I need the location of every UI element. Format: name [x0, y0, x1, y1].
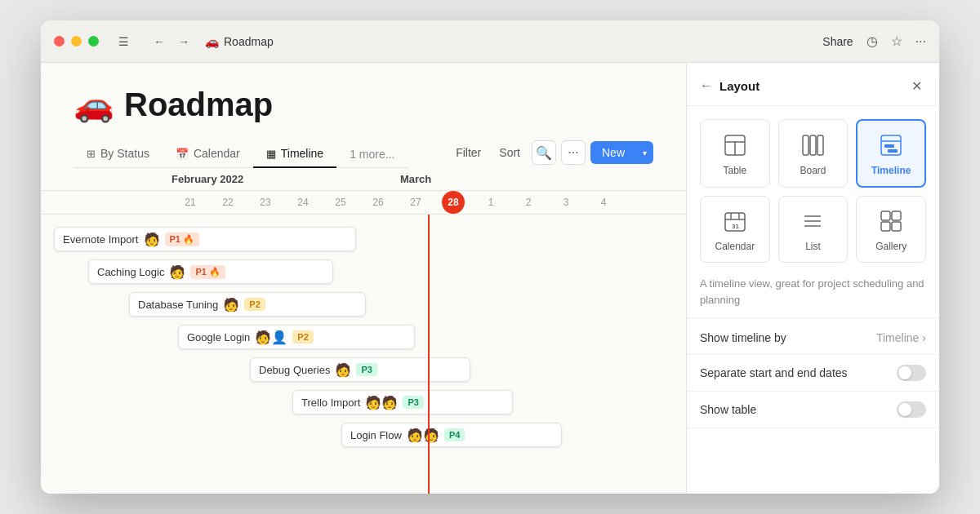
table-layout-label: Table: [723, 165, 746, 176]
table-row[interactable]: Google Login 🧑👤 P2: [41, 322, 686, 352]
new-button[interactable]: New: [590, 141, 636, 164]
options-button[interactable]: ···: [561, 140, 586, 165]
share-button[interactable]: Share: [822, 35, 853, 48]
date-22: 22: [209, 193, 247, 211]
gallery-layout-label: Gallery: [875, 241, 906, 252]
task-login-flow[interactable]: Login Flow 🧑🧑 P4: [341, 423, 562, 447]
task-name: Evernote Import: [63, 233, 139, 246]
calendar-layout-icon: 31: [720, 206, 750, 236]
task-priority: P2: [244, 298, 265, 311]
svg-rect-8: [884, 144, 894, 148]
toolbar: Filter Sort 🔍 ··· New ▾: [449, 140, 653, 165]
tab-timeline[interactable]: ▦ Timeline: [253, 140, 336, 168]
sort-button[interactable]: Sort: [492, 143, 527, 162]
date-row: 21 22 23 24 25 26 27 28 1 2 3 4: [41, 191, 686, 215]
tab-more[interactable]: 1 more...: [336, 141, 408, 167]
task-name: Caching Logic: [97, 266, 164, 278]
task-trello-import[interactable]: Trello Import 🧑🧑 P3: [292, 390, 513, 414]
hamburger-menu[interactable]: ☰: [112, 30, 135, 53]
task-debug-queries[interactable]: Debug Queries 🧑 P3: [250, 357, 470, 382]
list-layout-label: List: [805, 241, 821, 252]
table-row[interactable]: Caching Logic 🧑 P1 🔥: [41, 257, 686, 286]
layout-option-calendar[interactable]: 31 Calendar: [700, 196, 770, 263]
table-row[interactable]: Evernote Import 🧑 P1 🔥: [41, 224, 686, 254]
tab-by-status-label: By Status: [100, 147, 149, 160]
panel-close-button[interactable]: ✕: [906, 76, 926, 95]
table-row[interactable]: Trello Import 🧑🧑 P3: [41, 388, 686, 417]
task-google-login[interactable]: Google Login 🧑👤 P2: [178, 325, 415, 349]
task-avatar: 🧑: [335, 362, 351, 378]
date-27: 27: [397, 193, 434, 211]
task-avatar: 🧑🧑: [407, 428, 439, 443]
filter-button[interactable]: Filter: [449, 143, 488, 162]
date-23: 23: [247, 193, 284, 211]
star-icon[interactable]: ☆: [891, 33, 902, 49]
app-window: ☰ ← → 🚗 Roadmap Share ◷ ☆ ··· 🚗 Roadmap: [41, 20, 939, 494]
history-icon[interactable]: ◷: [866, 33, 878, 49]
task-priority: P1 🔥: [190, 265, 225, 279]
show-timeline-row[interactable]: Show timeline by Timeline ›: [687, 321, 939, 355]
show-table-row: Show table: [687, 392, 939, 428]
view-tabs: ⊞ By Status 📅 Calendar ▦ Timeline 1 more…: [74, 140, 408, 168]
table-row[interactable]: Database Tuning 🧑 P2: [41, 290, 686, 319]
task-database-tuning[interactable]: Database Tuning 🧑 P2: [129, 292, 366, 317]
tab-by-status[interactable]: ⊞ By Status: [74, 140, 163, 168]
menu-icon[interactable]: ☰: [112, 30, 135, 53]
content-area: 🚗 Roadmap ⊞ By Status 📅 Calendar: [41, 63, 939, 494]
minimize-button[interactable]: [71, 36, 82, 47]
calendar-layout-label: Calendar: [715, 241, 755, 252]
task-caching-logic[interactable]: Caching Logic 🧑 P1 🔥: [88, 259, 333, 284]
layout-option-table[interactable]: Table: [700, 119, 770, 188]
layout-option-timeline[interactable]: Timeline: [856, 119, 926, 188]
task-evernote-import[interactable]: Evernote Import 🧑 P1 🔥: [54, 227, 356, 251]
task-priority: P3: [403, 396, 423, 409]
forward-button[interactable]: →: [172, 30, 195, 53]
panel-back-button[interactable]: ←: [700, 78, 713, 93]
layout-option-gallery[interactable]: Gallery: [856, 196, 926, 263]
list-layout-icon: [798, 206, 827, 236]
svg-rect-18: [881, 211, 890, 220]
svg-rect-21: [892, 222, 901, 231]
timeline-icon: ▦: [266, 148, 276, 160]
tasks-area: Evernote Import 🧑 P1 🔥 Caching Logic 🧑 P…: [41, 215, 686, 494]
page-header: 🚗 Roadmap ⊞ By Status 📅 Calendar: [41, 63, 686, 168]
task-avatar: 🧑🧑: [365, 395, 398, 410]
new-button-caret[interactable]: ▾: [636, 141, 653, 164]
table-layout-icon: [720, 131, 750, 160]
back-button[interactable]: ←: [148, 30, 171, 53]
maximize-button[interactable]: [88, 36, 99, 47]
separate-dates-toggle[interactable]: [897, 365, 926, 381]
window-title-text: Roadmap: [224, 35, 274, 48]
by-status-icon: ⊞: [87, 148, 96, 160]
panel-header: ← Layout ✕: [687, 63, 939, 106]
search-button[interactable]: 🔍: [532, 140, 556, 165]
traffic-lights: [54, 36, 99, 47]
date-28-today: 28: [442, 191, 465, 214]
task-priority: P3: [356, 363, 376, 376]
show-table-toggle[interactable]: [897, 401, 926, 418]
date-2: 2: [510, 193, 547, 211]
month-headers: February 2022 March: [41, 168, 686, 191]
layout-option-list[interactable]: List: [778, 196, 849, 263]
table-row[interactable]: Debug Queries 🧑 P3: [41, 355, 686, 384]
task-name: Debug Queries: [259, 364, 330, 376]
february-label: February 2022: [172, 168, 351, 190]
board-layout-icon: [798, 131, 827, 160]
page-title: 🚗 Roadmap: [74, 86, 653, 124]
march-label: March: [351, 168, 431, 190]
tab-timeline-label: Timeline: [281, 147, 323, 160]
show-timeline-value[interactable]: Timeline ›: [876, 331, 926, 344]
table-row[interactable]: Login Flow 🧑🧑 P4: [41, 420, 686, 450]
svg-rect-5: [817, 135, 823, 155]
panel-title: Layout: [719, 79, 760, 93]
date-24: 24: [284, 193, 322, 211]
calendar-icon: 📅: [176, 148, 189, 160]
tab-calendar[interactable]: 📅 Calendar: [163, 140, 253, 168]
board-layout-label: Board: [800, 165, 826, 176]
more-options-icon[interactable]: ···: [915, 34, 926, 49]
close-button[interactable]: [54, 36, 65, 47]
timeline-layout-label: Timeline: [871, 165, 911, 176]
task-priority: P1 🔥: [165, 233, 200, 246]
layout-option-board[interactable]: Board: [778, 119, 849, 188]
task-name: Database Tuning: [138, 299, 218, 311]
